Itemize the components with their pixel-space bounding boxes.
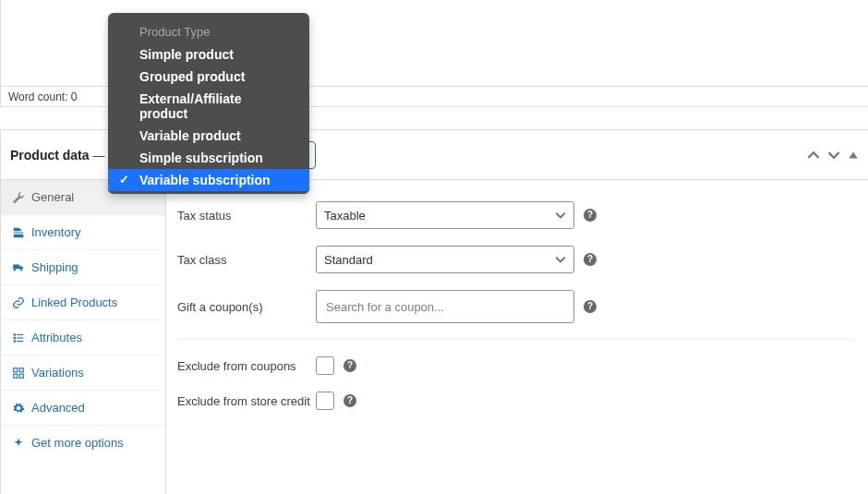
sidebar-item-label: Variations	[31, 366, 84, 380]
chevron-down-icon	[555, 254, 566, 265]
product-type-group-label: Product Type	[108, 18, 309, 43]
tax-status-select[interactable]: Taxable	[316, 201, 574, 229]
panel-move-down-icon[interactable]	[827, 149, 840, 162]
svg-rect-3	[17, 337, 23, 338]
gear-icon	[12, 402, 25, 415]
svg-rect-2	[14, 336, 16, 338]
svg-rect-4	[14, 340, 16, 342]
tax-class-select[interactable]: Standard	[316, 246, 574, 273]
tax-class-value: Standard	[324, 253, 373, 267]
help-icon[interactable]: ?	[584, 300, 597, 313]
sidebar-item-label: Inventory	[31, 225, 80, 239]
row-tax-status: Tax status Taxable ?	[177, 193, 853, 237]
row-exclude-coupons: Exclude from coupons ?	[177, 339, 853, 383]
row-gift-coupon: Gift a coupon(s) Search for a coupon... …	[177, 282, 853, 331]
gift-coupon-placeholder: Search for a coupon...	[326, 300, 444, 314]
gift-coupon-label: Gift a coupon(s)	[177, 300, 316, 314]
sidebar: General Inventory Shipping Linked Produc…	[1, 180, 166, 494]
panel-collapse-icon[interactable]	[848, 150, 859, 161]
svg-rect-5	[17, 340, 23, 341]
sidebar-item-linked-products[interactable]: Linked Products	[1, 285, 165, 320]
help-icon[interactable]: ?	[344, 394, 356, 407]
sidebar-item-label: General	[31, 190, 74, 204]
help-icon[interactable]: ?	[584, 209, 597, 222]
list-icon	[12, 331, 25, 344]
tax-status-label: Tax status	[177, 209, 316, 223]
sidebar-item-label: Get more options	[31, 436, 124, 450]
chevron-down-icon	[555, 210, 566, 221]
svg-rect-1	[17, 333, 23, 334]
sidebar-item-variations[interactable]: Variations	[1, 355, 165, 391]
product-type-dropdown[interactable]: Product Type Simple product Grouped prod…	[108, 13, 309, 194]
sidebar-item-shipping[interactable]: Shipping	[1, 250, 165, 285]
product-type-option-simple-product[interactable]: Simple product	[108, 43, 309, 66]
sidebar-item-advanced[interactable]: Advanced	[1, 391, 165, 426]
sidebar-item-label: Attributes	[31, 331, 82, 344]
panel-title: Product data	[10, 148, 90, 163]
sidebar-item-label: Shipping	[31, 260, 78, 274]
help-icon[interactable]: ?	[344, 359, 356, 372]
svg-rect-7	[19, 367, 23, 371]
panel-title-dash: —	[93, 149, 105, 163]
row-tax-class: Tax class Standard ?	[177, 237, 853, 282]
product-type-option-simple-subscription[interactable]: Simple subscription	[108, 147, 309, 169]
wrench-icon	[12, 191, 25, 204]
product-type-option-variable-subscription[interactable]: Variable subscription	[108, 169, 309, 191]
sidebar-item-get-more-options[interactable]: Get more options	[1, 426, 165, 460]
exclude-coupons-checkbox[interactable]	[316, 356, 334, 375]
gift-coupon-input[interactable]: Search for a coupon...	[316, 290, 574, 323]
svg-rect-6	[14, 367, 18, 371]
exclude-store-credit-checkbox[interactable]	[316, 392, 334, 410]
panel-toggle-icons	[807, 149, 859, 162]
link-icon	[12, 296, 25, 309]
tax-status-value: Taxable	[324, 209, 366, 223]
word-count-label: Word count: 0	[8, 90, 77, 103]
sidebar-item-label: Linked Products	[31, 295, 117, 309]
sidebar-item-label: Advanced	[31, 401, 85, 415]
exclude-store-credit-label: Exclude from store credit	[177, 394, 316, 408]
sidebar-item-inventory[interactable]: Inventory	[1, 215, 165, 250]
row-exclude-store-credit: Exclude from store credit ?	[177, 383, 853, 418]
tax-class-label: Tax class	[177, 253, 316, 267]
exclude-coupons-label: Exclude from coupons	[177, 359, 316, 373]
grid-icon	[12, 367, 25, 380]
inventory-icon	[12, 226, 25, 239]
truck-icon	[12, 261, 25, 274]
product-type-option-variable-product[interactable]: Variable product	[108, 125, 309, 147]
sparkle-icon	[12, 437, 25, 450]
sidebar-item-attributes[interactable]: Attributes	[1, 320, 165, 355]
svg-rect-9	[19, 374, 23, 378]
svg-rect-0	[14, 333, 16, 335]
svg-rect-8	[14, 374, 18, 378]
help-icon[interactable]: ?	[584, 253, 597, 266]
panel-move-up-icon[interactable]	[807, 149, 820, 162]
product-type-option-external-affiliate[interactable]: External/Affiliate product	[108, 88, 309, 125]
product-type-option-grouped-product[interactable]: Grouped product	[108, 66, 309, 88]
panel-body: General Inventory Shipping Linked Produc…	[1, 180, 868, 494]
form-area: Tax status Taxable ? Tax class Standard	[166, 180, 868, 494]
